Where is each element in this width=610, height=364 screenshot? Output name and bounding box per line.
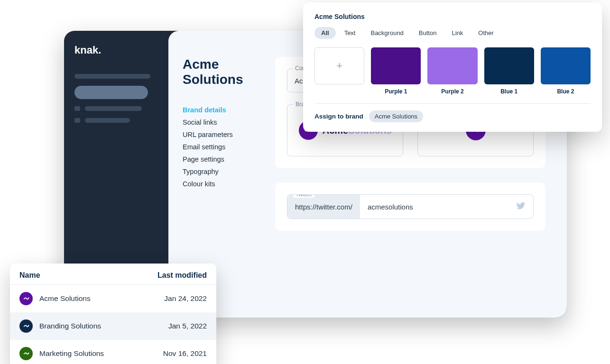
brand-icon	[19, 292, 33, 305]
col-name: Name	[19, 271, 40, 280]
sidebar-nav-placeholder	[74, 74, 158, 123]
brand-row[interactable]: Acme Solutions Jan 24, 2022	[10, 285, 216, 312]
twitter-handle-input[interactable]	[360, 203, 516, 211]
swatch-blue-1[interactable]	[484, 47, 534, 84]
swatch-purple-2[interactable]	[427, 47, 477, 84]
brand-date: Jan 5, 2022	[168, 322, 207, 330]
swatch-blue-2[interactable]	[541, 47, 591, 84]
svg-text:knak.: knak.	[74, 44, 101, 56]
twitter-url-prefix: https://twitter.com/	[287, 195, 360, 218]
subnav: Brand details Social links URL parameter…	[183, 104, 256, 190]
brand-icon	[19, 319, 33, 333]
social-links-card: Twitter https://twitter.com/	[275, 182, 545, 231]
twitter-field: Twitter https://twitter.com/	[287, 194, 534, 219]
swatch-purple-1[interactable]	[371, 47, 421, 84]
filter-all[interactable]: All	[314, 27, 336, 39]
subnav-social-links[interactable]: Social links	[183, 116, 256, 128]
assigned-brand-chip[interactable]: Acme Solutions	[369, 110, 423, 122]
folder-icon	[74, 106, 80, 111]
sidebar-active-item[interactable]	[74, 86, 148, 99]
page-title: Acme Solutions	[183, 57, 256, 87]
sidebar-skeleton	[74, 74, 150, 79]
swatch-label: Blue 1	[500, 88, 518, 95]
color-filter-tabs: All Text Background Button Link Other	[314, 27, 591, 39]
filter-button[interactable]: Button	[412, 27, 444, 39]
filter-link[interactable]: Link	[445, 27, 470, 39]
color-kit-title: Acme Solutions	[314, 13, 591, 20]
brand-date: Jan 24, 2022	[164, 294, 207, 303]
brand-date: Nov 16, 2021	[163, 349, 207, 358]
brand-name: Branding Solutions	[39, 322, 101, 330]
swatch-row: + Purple 1 Purple 2 Blue 1 Blue 2	[314, 47, 591, 104]
subnav-colour-kits[interactable]: Colour kits	[183, 178, 256, 190]
add-swatch-button[interactable]: +	[314, 47, 364, 84]
folder-icon	[74, 118, 80, 123]
brands-list-header: Name Last modified	[10, 264, 216, 285]
swatch-label: Purple 2	[441, 88, 463, 95]
swatch-label: Blue 2	[557, 88, 574, 95]
twitter-icon	[516, 200, 526, 213]
assign-brand-label: Assign to brand	[314, 113, 363, 120]
swatch-label: Purple 1	[385, 88, 407, 95]
subnav-brand-details[interactable]: Brand details	[183, 104, 256, 116]
filter-text[interactable]: Text	[338, 27, 362, 39]
filter-background[interactable]: Background	[364, 27, 410, 39]
brand-row[interactable]: Marketing Solutions Nov 16, 2021	[10, 340, 216, 364]
app-logo: knak.	[74, 44, 158, 57]
twitter-label: Twitter	[293, 194, 314, 198]
filter-other[interactable]: Other	[471, 27, 500, 39]
subnav-email-settings[interactable]: Email settings	[183, 141, 256, 153]
sidebar-folder-item[interactable]	[74, 118, 158, 123]
brands-list-panel: Name Last modified Acme Solutions Jan 24…	[10, 264, 216, 364]
brand-name: Marketing Solutions	[39, 349, 104, 358]
assign-brand-row: Assign to brand Acme Solutions	[314, 110, 591, 122]
subnav-typography[interactable]: Typography	[183, 165, 256, 178]
brand-row[interactable]: Branding Solutions Jan 5, 2022	[10, 312, 216, 340]
sidebar-folder-item[interactable]	[74, 106, 158, 111]
subnav-url-parameters[interactable]: URL parameters	[183, 128, 256, 141]
brand-icon	[19, 347, 33, 360]
color-kit-panel: Acme Solutions All Text Background Butto…	[303, 2, 602, 132]
subnav-page-settings[interactable]: Page settings	[183, 153, 256, 165]
col-modified: Last modified	[157, 271, 207, 280]
brand-name: Acme Solutions	[39, 294, 91, 303]
